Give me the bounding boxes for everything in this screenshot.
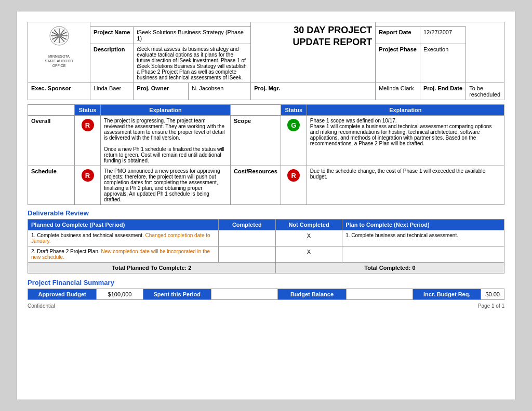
proj-owner-label: Proj. Owner — [134, 83, 189, 100]
deliverable-table: Planned to Complete (Past Period) Comple… — [28, 219, 504, 273]
report-title-line2: UPDATE REPORT — [254, 36, 372, 48]
proj-owner-value: N. Jacobsen — [189, 83, 251, 100]
description-value: iSeek must assess its business strategy … — [134, 44, 251, 83]
overall-label: Overall — [28, 116, 75, 166]
overall-status: R — [75, 116, 101, 166]
schedule-status: R — [75, 166, 101, 205]
status-row-1: Overall R The project is progressing. Th… — [28, 116, 504, 166]
schedule-explanation: The PMO announced a new process for appr… — [101, 166, 231, 205]
scope-status: G — [281, 116, 307, 166]
fin-incr-budget-label: Incr. Budget Req. — [413, 289, 481, 300]
del-item2-completed — [218, 246, 275, 263]
status-col1-header2: Explanation — [101, 105, 231, 116]
logo-text: MINNESOTA STATE AUDITOR OFFICE — [31, 54, 87, 68]
schedule-label: Schedule — [28, 166, 75, 205]
del-item2-main: Draft Phase 2 Project Plan. — [37, 249, 101, 254]
report-date-label: Report Date — [376, 27, 420, 44]
fin-approved-budget-value: $100,000 — [97, 289, 143, 300]
scope-explanation-text: Phase 1 scope was defined on 10/17.Phase… — [310, 118, 492, 146]
footer: Confidential Page 1 of 1 — [28, 303, 504, 309]
del-col3-header: Not Completed — [275, 220, 342, 230]
fin-spent-period-value — [211, 289, 277, 300]
overall-explanation: The project is progressing. The project … — [101, 116, 231, 166]
overall-status-circle: R — [82, 119, 94, 131]
scope-label: Scope — [231, 116, 281, 166]
fin-spent-period-label: Spent this Period — [143, 289, 211, 300]
proj-end-date-value: To be rescheduled — [466, 83, 504, 100]
fin-approved-budget-label: Approved Budget — [28, 289, 97, 300]
del-item1-completed — [218, 230, 275, 246]
scope-status-circle: G — [287, 119, 300, 131]
schedule-explanation-text: The PMO announced a new process for appr… — [104, 168, 220, 202]
cost-status-circle: R — [287, 169, 300, 182]
report-title-cell: 30 DAY PROJECT UPDATE REPORT — [251, 22, 376, 83]
cost-label: Cost/Resources — [231, 166, 281, 205]
deliverable-total-row: Total Planned To Complete: 2 Total Compl… — [28, 263, 504, 273]
total-completed-label: Total Completed: 0 — [275, 263, 504, 273]
project-phase-label: Project Phase — [376, 44, 420, 83]
del-col4-header: Plan to Complete (Next Period) — [342, 220, 504, 230]
del-item1-next-period: 1. Complete business and technical asses… — [342, 230, 504, 246]
project-name-label: Project Name — [90, 27, 134, 44]
del-col2-header: Completed — [218, 220, 275, 230]
fin-budget-balance-label: Budget Balance — [278, 289, 347, 300]
del-item2-next-period — [342, 246, 504, 263]
del-col1-header: Planned to Complete (Past Period) — [28, 220, 219, 230]
del-item2-number: 2. — [31, 249, 37, 254]
logo-icon — [44, 24, 75, 53]
financial-section-title: Project Financial Summary — [28, 279, 504, 286]
report-title-line1: 30 DAY PROJECT — [254, 24, 372, 36]
deliverable-row-1: 1. Complete business and technical asses… — [28, 230, 504, 246]
deliverable-row-2: 2. Draft Phase 2 Project Plan. New compl… — [28, 246, 504, 263]
scope-explanation: Phase 1 scope was defined on 10/17.Phase… — [307, 116, 504, 166]
header-table: MINNESOTA STATE AUDITOR OFFICE 30 DAY PR… — [28, 22, 504, 100]
proj-mgr-value: Melinda Clark — [376, 83, 420, 100]
del-item1-number: 1. — [31, 232, 37, 238]
status-col2-header2: Explanation — [307, 105, 504, 116]
del-item2-not-completed: X — [275, 246, 342, 263]
report-date-value: 12/27/2007 — [420, 27, 466, 44]
cost-explanation: Due to the schedule change, the cost of … — [307, 166, 504, 205]
footer-confidential: Confidential — [28, 303, 55, 309]
status-col1-header1: Status — [75, 105, 101, 116]
fin-budget-balance-value — [346, 289, 413, 300]
svg-point-8 — [57, 34, 61, 38]
project-phase-value: Execution — [420, 44, 466, 83]
del-item1-main: Complete business and technical assessme… — [37, 232, 145, 238]
description-label: Description — [90, 44, 134, 83]
proj-mgr-label: Proj. Mgr. — [251, 83, 376, 100]
status-col2-header1: Status — [281, 105, 307, 116]
exec-sponsor-label: Exec. Sponsor — [28, 83, 90, 100]
project-name-value: iSeek Solutions Business Strategy (Phase… — [134, 27, 251, 44]
fin-incr-budget-value: $0.00 — [481, 289, 504, 300]
page: MINNESOTA STATE AUDITOR OFFICE 30 DAY PR… — [17, 11, 515, 400]
status-table: Status Explanation Status Explanation Ov… — [28, 104, 504, 205]
del-item1-not-completed: X — [275, 230, 342, 246]
deliverable-section-title: Deliverable Review — [28, 209, 504, 217]
status-row-2: Schedule R The PMO announced a new proce… — [28, 166, 504, 205]
schedule-status-circle: R — [82, 169, 94, 182]
cost-status: R — [281, 166, 307, 205]
cost-explanation-text: Due to the schedule change, the cost of … — [310, 168, 485, 180]
financial-table: Approved Budget $100,000 Spent this Peri… — [28, 289, 504, 300]
proj-end-date-label: Proj. End Date — [420, 83, 466, 100]
total-planned-label: Total Planned To Complete: 2 — [28, 263, 276, 273]
logo-cell: MINNESOTA STATE AUDITOR OFFICE — [28, 22, 90, 83]
del-item2-text: 2. Draft Phase 2 Project Plan. New compl… — [28, 246, 219, 263]
exec-sponsor-value: Linda Baer — [90, 83, 134, 100]
del-item1-text: 1. Complete business and technical asses… — [28, 230, 219, 246]
footer-page: Page 1 of 1 — [478, 303, 504, 309]
overall-explanation-text: The project is progressing. The project … — [104, 118, 224, 163]
